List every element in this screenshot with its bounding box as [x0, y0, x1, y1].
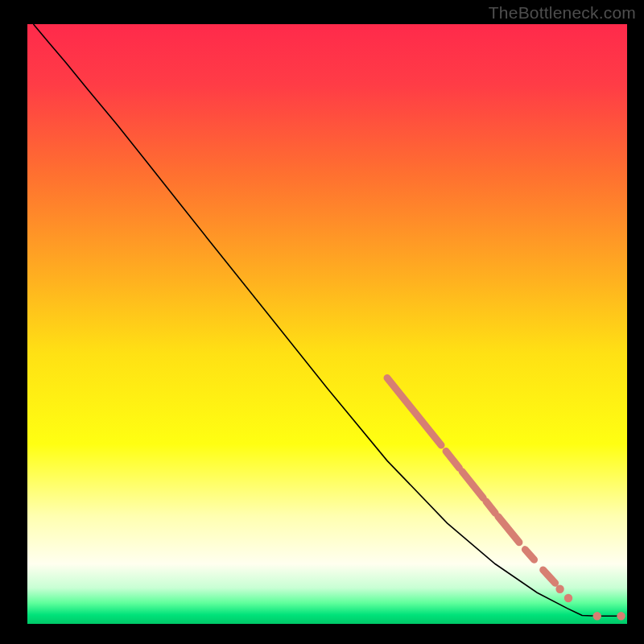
highlight-segment	[543, 570, 555, 583]
highlight-segment	[387, 378, 441, 445]
watermark-text: TheBottleneck.com	[489, 3, 636, 23]
highlight-segment	[446, 451, 459, 468]
highlight-dot	[617, 612, 625, 620]
highlight-dots-group	[555, 585, 625, 621]
plot-area	[27, 24, 627, 624]
highlight-dot	[555, 585, 564, 593]
highlight-dot	[593, 612, 601, 620]
highlight-segment	[525, 550, 534, 560]
highlight-segment	[486, 502, 495, 513]
highlight-segment	[498, 517, 519, 543]
highlight-segments-group	[387, 378, 555, 584]
highlight-dot	[564, 594, 572, 602]
highlight-segment	[462, 472, 483, 498]
curve-line	[33, 24, 621, 616]
chart-svg	[27, 24, 627, 624]
chart-stage: TheBottleneck.com	[0, 0, 644, 644]
